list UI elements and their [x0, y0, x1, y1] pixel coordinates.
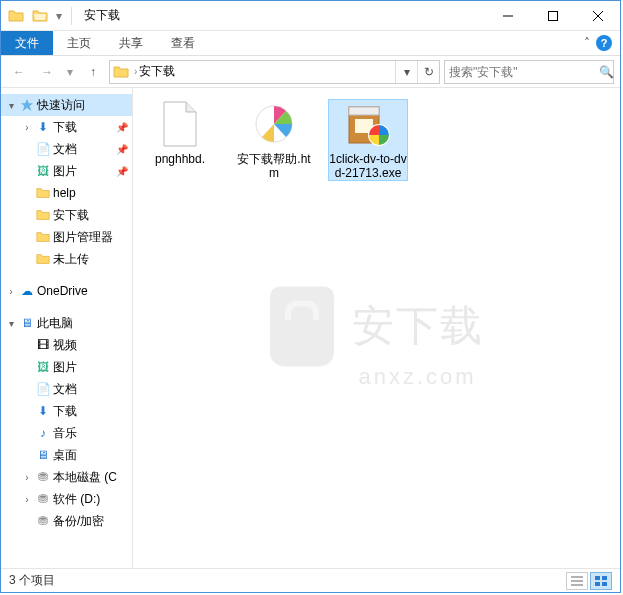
navigation-pane[interactable]: ▾ 快速访问 › ⬇ 下载 📌 📄 文档 📌 🖼 图片 📌 — [1, 88, 133, 568]
folder-open-icon[interactable] — [29, 5, 51, 27]
sidebar-soft-d[interactable]: ›⛃软件 (D:) — [1, 488, 132, 510]
sidebar-pictures[interactable]: 🖼 图片 📌 — [1, 160, 132, 182]
view-details-button[interactable] — [566, 572, 588, 590]
breadcrumb-item[interactable]: 安下载 — [139, 63, 175, 80]
file-item[interactable]: 1click-dv-to-dvd-21713.exe — [329, 100, 407, 180]
nav-back-button[interactable]: ← — [7, 60, 31, 84]
watermark: 安下载 anxz.com — [270, 286, 484, 390]
sidebar-help[interactable]: help — [1, 182, 132, 204]
file-label: pnghhbd. — [155, 152, 205, 166]
chevron-right-icon[interactable]: › — [21, 122, 33, 133]
video-icon: 🎞 — [35, 337, 51, 353]
sidebar-item-label: help — [53, 186, 76, 200]
sidebar-downloads[interactable]: › ⬇ 下载 📌 — [1, 116, 132, 138]
svg-rect-15 — [602, 582, 607, 586]
nav-forward-button[interactable]: → — [35, 60, 59, 84]
pc-icon: 🖥 — [19, 315, 35, 331]
minimize-button[interactable] — [485, 1, 530, 30]
sidebar-backup[interactable]: ⛃备份/加密 — [1, 510, 132, 532]
chevron-right-icon[interactable]: › — [132, 66, 139, 77]
status-bar: 3 个项目 — [1, 568, 620, 592]
drive-icon: ⛃ — [35, 469, 51, 485]
svg-rect-6 — [349, 107, 379, 115]
download-icon: ⬇ — [35, 119, 51, 135]
sidebar-documents[interactable]: 📄 文档 📌 — [1, 138, 132, 160]
close-button[interactable] — [575, 1, 620, 30]
sidebar-item-label: 音乐 — [53, 425, 77, 442]
search-box[interactable]: 🔍 — [444, 60, 614, 84]
folder-icon — [110, 61, 132, 83]
star-icon — [19, 97, 35, 113]
qat-dropdown-icon[interactable]: ▾ — [53, 5, 65, 27]
sidebar-desktop[interactable]: 🖥桌面 — [1, 444, 132, 466]
sidebar-videos[interactable]: 🎞视频 — [1, 334, 132, 356]
file-item[interactable]: pnghhbd. — [141, 100, 219, 166]
tab-view[interactable]: 查看 — [157, 31, 209, 55]
file-blank-icon — [156, 100, 204, 148]
sidebar-documents2[interactable]: 📄文档 — [1, 378, 132, 400]
folder-icon[interactable] — [5, 5, 27, 27]
tab-file[interactable]: 文件 — [1, 31, 53, 55]
search-icon[interactable]: 🔍 — [599, 65, 614, 79]
address-bar[interactable]: › 安下载 ▾ ↻ — [109, 60, 440, 84]
maximize-button[interactable] — [530, 1, 575, 30]
sidebar-item-label: 文档 — [53, 381, 77, 398]
sidebar-not-uploaded[interactable]: 未上传 — [1, 248, 132, 270]
sidebar-item-label: 图片 — [53, 359, 77, 376]
nav-up-button[interactable]: ↑ — [81, 60, 105, 84]
status-item-count: 3 个项目 — [9, 572, 55, 589]
search-input[interactable] — [449, 65, 599, 79]
file-label: 安下载帮助.htm — [235, 152, 313, 180]
drive-icon: ⛃ — [35, 491, 51, 507]
pictures-icon: 🖼 — [35, 163, 51, 179]
sidebar-item-label: 图片 — [53, 163, 77, 180]
nav-recent-dropdown[interactable]: ▾ — [63, 60, 77, 84]
navbar: ← → ▾ ↑ › 安下载 ▾ ↻ 🔍 — [1, 56, 620, 88]
chevron-right-icon[interactable]: › — [21, 472, 33, 483]
tab-home[interactable]: 主页 — [53, 31, 105, 55]
file-label: 1click-dv-to-dvd-21713.exe — [329, 152, 407, 180]
sidebar-pictures2[interactable]: 🖼图片 — [1, 356, 132, 378]
explorer-window: ▾ 安下载 文件 主页 共享 查看 ˄ ? ← → ▾ ↑ › 安下载 ▾ — [0, 0, 621, 593]
document-icon: 📄 — [35, 381, 51, 397]
sidebar-downloads2[interactable]: ⬇下载 — [1, 400, 132, 422]
ribbon-collapse-icon[interactable]: ˄ — [584, 36, 590, 50]
onedrive-icon: ☁ — [19, 283, 35, 299]
sidebar-local-disk-c[interactable]: ›⛃本地磁盘 (C — [1, 466, 132, 488]
sidebar-this-pc[interactable]: ▾ 🖥 此电脑 — [1, 312, 132, 334]
sidebar-onedrive[interactable]: › ☁ OneDrive — [1, 280, 132, 302]
sidebar-item-label: 桌面 — [53, 447, 77, 464]
help-icon[interactable]: ? — [596, 35, 612, 51]
pin-icon: 📌 — [116, 122, 128, 133]
chevron-down-icon[interactable]: ▾ — [5, 318, 17, 329]
address-dropdown-icon[interactable]: ▾ — [395, 61, 417, 83]
ribbon-tabs: 文件 主页 共享 查看 ˄ ? — [1, 31, 620, 56]
tab-share[interactable]: 共享 — [105, 31, 157, 55]
drive-icon: ⛃ — [35, 513, 51, 529]
folder-icon — [35, 207, 51, 223]
svg-rect-12 — [595, 576, 600, 580]
chevron-right-icon[interactable]: › — [5, 286, 17, 297]
chevron-down-icon[interactable]: ▾ — [5, 100, 17, 111]
view-icons-button[interactable] — [590, 572, 612, 590]
svg-rect-14 — [595, 582, 600, 586]
sidebar-item-label: 备份/加密 — [53, 513, 104, 530]
desktop-icon: 🖥 — [35, 447, 51, 463]
folder-icon — [35, 251, 51, 267]
file-htm-icon — [250, 100, 298, 148]
download-icon: ⬇ — [35, 403, 51, 419]
sidebar-music[interactable]: ♪音乐 — [1, 422, 132, 444]
titlebar: ▾ 安下载 — [1, 1, 620, 31]
sidebar-item-label: 快速访问 — [37, 97, 85, 114]
sidebar-quick-access[interactable]: ▾ 快速访问 — [1, 94, 132, 116]
sidebar-pic-manager[interactable]: 图片管理器 — [1, 226, 132, 248]
file-item[interactable]: 安下载帮助.htm — [235, 100, 313, 180]
sidebar-anxiazai[interactable]: 安下载 — [1, 204, 132, 226]
svg-rect-13 — [602, 576, 607, 580]
chevron-right-icon[interactable]: › — [21, 494, 33, 505]
file-list-pane[interactable]: 安下载 anxz.com pnghhbd. 安下载帮助.htm — [133, 88, 620, 568]
refresh-button[interactable]: ↻ — [417, 61, 439, 83]
file-exe-installer-icon — [344, 100, 392, 148]
sidebar-item-label: 安下载 — [53, 207, 89, 224]
svg-rect-1 — [548, 11, 557, 20]
